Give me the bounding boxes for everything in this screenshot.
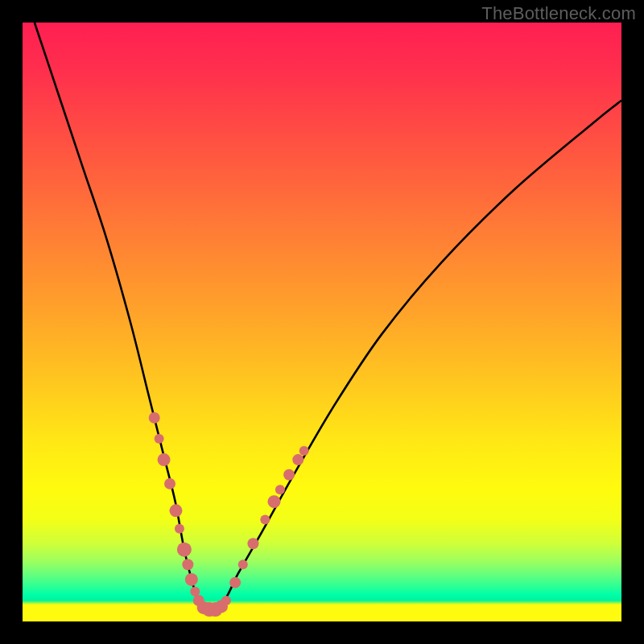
marker-point <box>177 543 192 557</box>
marker-point <box>299 446 309 456</box>
marker-point <box>221 596 231 605</box>
marker-point <box>238 559 248 569</box>
watermark-text: TheBottleneck.com <box>481 3 636 24</box>
marker-point <box>267 495 280 508</box>
bottleneck-curve-svg <box>23 23 621 621</box>
marker-point <box>182 559 193 570</box>
marker-point <box>185 573 198 586</box>
marker-point <box>149 412 160 423</box>
marker-point <box>260 515 270 525</box>
bottleneck-curve <box>35 23 621 611</box>
marker-point <box>229 577 241 588</box>
marker-point <box>158 453 171 466</box>
marker-point <box>275 485 285 494</box>
marker-point <box>169 504 182 517</box>
marker-point <box>247 538 258 549</box>
marker-point <box>283 469 295 481</box>
highlighted-points <box>149 412 309 617</box>
marker-point <box>292 454 303 465</box>
marker-point <box>164 478 175 489</box>
marker-point <box>175 524 184 534</box>
chart-frame <box>23 23 621 621</box>
marker-point <box>155 434 164 444</box>
